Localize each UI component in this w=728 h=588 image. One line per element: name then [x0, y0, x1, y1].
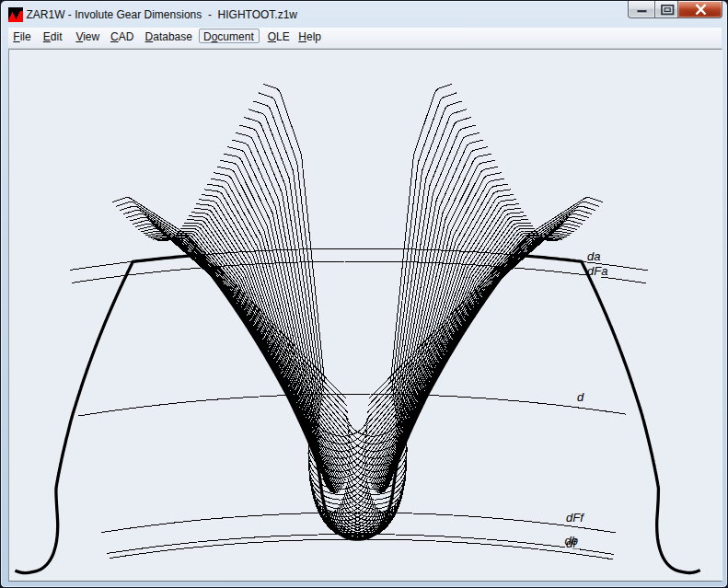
svg-text:dFa: dFa — [587, 264, 607, 278]
svg-text:d: d — [577, 390, 584, 404]
svg-text:df: df — [566, 536, 577, 550]
svg-text:dFf: dFf — [566, 511, 584, 525]
svg-text:da: da — [587, 249, 600, 263]
